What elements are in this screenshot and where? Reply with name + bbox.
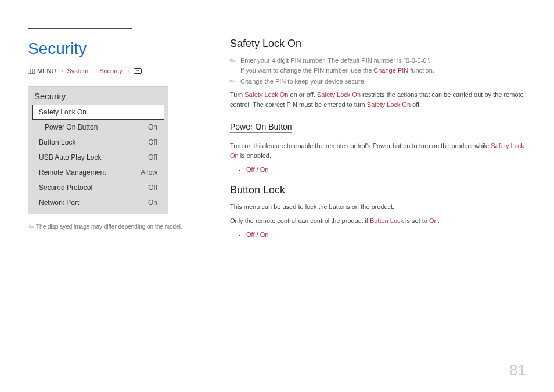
breadcrumb-menu-label: MENU: [37, 67, 56, 74]
menu-title: Security: [28, 87, 168, 105]
menu-row-value: On: [148, 123, 157, 131]
note-line: Change the PIN to keep your device secur…: [230, 77, 526, 87]
menu-row-label: USB Auto Play Lock: [39, 153, 101, 161]
footnote-text: The displayed image may differ depending…: [36, 224, 182, 230]
note-line: Enter your 4 digit PIN number. The defau…: [230, 56, 526, 75]
arrow-icon: →: [125, 67, 131, 74]
header-rule-short: [28, 28, 132, 29]
heading-power-on-button: Power On Button: [230, 122, 292, 133]
menu-row-value: Allow: [141, 168, 157, 177]
security-menu: Security Safety Lock On Power On Button …: [28, 86, 168, 214]
note-icon: ✎: [28, 223, 35, 231]
menu-row-label: Button Lock: [39, 138, 75, 146]
option-off: Off: [246, 231, 254, 238]
menu-row-label: Safety Lock On: [39, 108, 87, 116]
body-text: Turn on this feature to enable the remot…: [230, 141, 526, 161]
menu-row-remote-management[interactable]: Remote Management Allow: [32, 165, 164, 180]
page-title: Security: [28, 39, 202, 58]
menu-row-label: Network Port: [39, 199, 79, 207]
menu-row-value: Off: [148, 153, 157, 161]
option-on: On: [260, 166, 269, 173]
menu-row-button-lock[interactable]: Button Lock Off: [32, 135, 164, 150]
arrow-icon: →: [91, 67, 97, 74]
heading-safety-lock-on: Safety Lock On: [230, 38, 526, 50]
option-off: Off: [246, 166, 254, 173]
body-text: Turn Safety Lock On on or off. Safety Lo…: [230, 90, 526, 110]
menu-row-secured-protocol[interactable]: Secured Protocol Off: [32, 180, 164, 195]
menu-row-label: Power On Button: [45, 123, 98, 131]
heading-button-lock: Button Lock: [230, 184, 526, 196]
highlight-change-pin: Change PIN: [373, 67, 408, 74]
highlight: On: [429, 217, 438, 224]
body-text: Only the remote control can control the …: [230, 216, 526, 226]
menu-row-power-on-button[interactable]: Power On Button On: [32, 120, 164, 135]
option-on: On: [260, 231, 269, 238]
menu-row-value: Off: [148, 138, 157, 146]
menu-row-label: Remote Management: [39, 168, 106, 177]
menu-row-usb-auto-play-lock[interactable]: USB Auto Play Lock Off: [32, 150, 164, 165]
svg-rect-0: [28, 69, 35, 74]
menu-row-value: Off: [148, 184, 157, 192]
breadcrumb: MENU → System → Security →: [28, 67, 202, 74]
highlight: Safety Lock On: [367, 101, 411, 108]
menu-row-value: On: [148, 199, 157, 207]
header-rule-long: [230, 28, 526, 28]
highlight: Safety Lock On: [317, 91, 361, 98]
breadcrumb-system: System: [67, 67, 88, 74]
option-bullet: Off / On: [246, 230, 526, 240]
option-bullet: Off / On: [246, 165, 526, 175]
menu-icon: [28, 69, 35, 74]
body-text: This menu can be used to lock the button…: [230, 202, 526, 213]
menu-row-safety-lock-on[interactable]: Safety Lock On: [32, 105, 164, 120]
enter-icon: [134, 68, 142, 74]
highlight: Safety Lock On: [244, 91, 288, 98]
menu-row-network-port[interactable]: Network Port On: [32, 195, 164, 210]
page-number: 81: [509, 361, 526, 379]
highlight: Button Lock: [370, 217, 404, 224]
arrow-icon: →: [58, 67, 64, 74]
breadcrumb-security: Security: [99, 67, 123, 74]
footnote: ✎The displayed image may differ dependin…: [28, 224, 202, 230]
menu-row-label: Secured Protocol: [39, 184, 92, 192]
